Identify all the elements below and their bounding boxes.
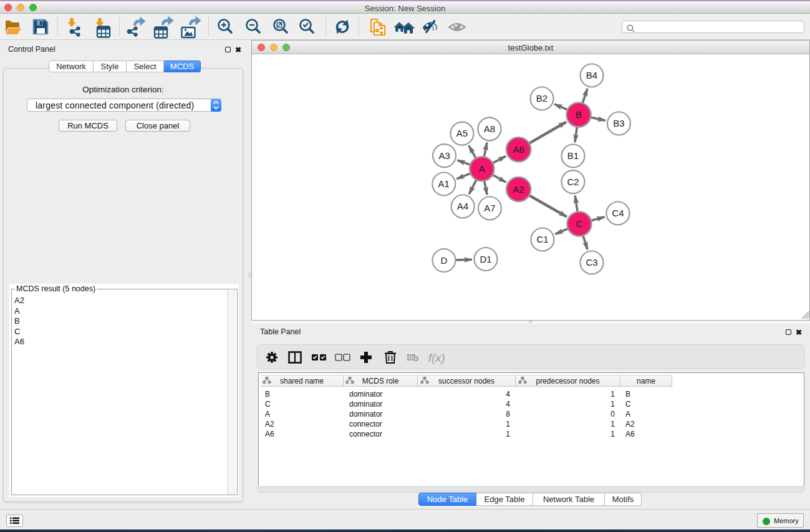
svg-text:A2: A2	[513, 183, 524, 194]
svg-text:A8: A8	[483, 123, 494, 133]
svg-text:C4: C4	[612, 208, 624, 218]
svg-text:A: A	[478, 163, 485, 173]
svg-text:D: D	[440, 254, 447, 265]
svg-text:f(x): f(x)	[428, 351, 445, 364]
svg-text:C3: C3	[586, 257, 597, 268]
svg-text:C2: C2	[567, 176, 579, 186]
svg-text:A7: A7	[484, 203, 495, 213]
svg-text:A4: A4	[457, 201, 468, 211]
svg-text:B1: B1	[567, 150, 578, 161]
svg-text:B: B	[575, 109, 581, 120]
svg-text:C1: C1	[536, 234, 548, 244]
svg-text:B4: B4	[586, 70, 597, 80]
svg-text:C: C	[576, 218, 582, 229]
svg-text:A1: A1	[438, 178, 449, 189]
svg-text:A5: A5	[456, 128, 467, 138]
svg-text:A6: A6	[513, 143, 524, 154]
svg-text:A3: A3	[438, 150, 450, 160]
svg-text:D1: D1	[480, 253, 491, 264]
svg-text:B2: B2	[536, 93, 547, 104]
svg-text:B3: B3	[613, 118, 624, 128]
